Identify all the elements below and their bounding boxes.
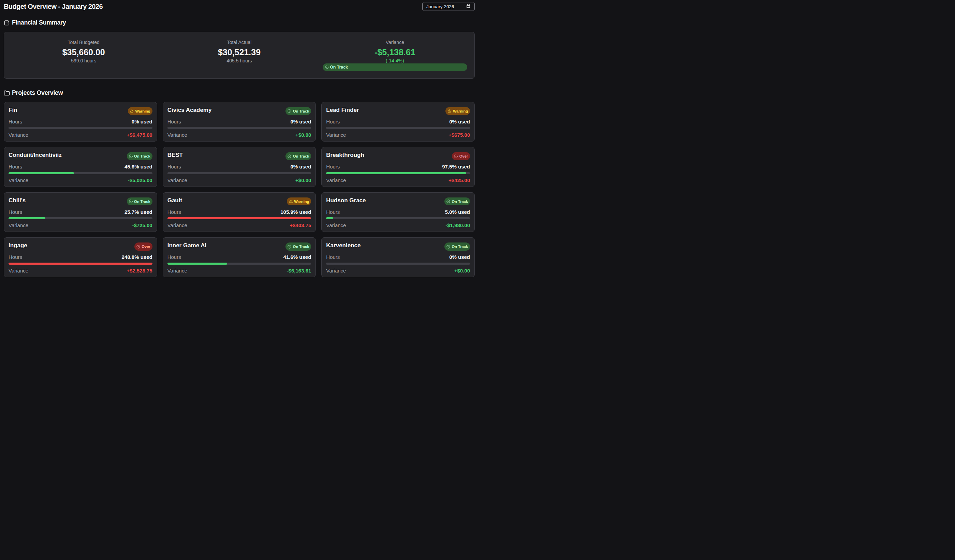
circle-x-icon xyxy=(454,155,458,158)
hours-progress-fill xyxy=(326,217,333,219)
status-badge: On Track xyxy=(445,197,470,205)
variance-value: +$0.00 xyxy=(295,132,311,138)
total-actual-amount: $30,521.39 xyxy=(218,47,261,57)
hours-label: Hours xyxy=(168,254,181,260)
circle-check-icon xyxy=(325,66,329,69)
projects-overview-title: Projects Overview xyxy=(12,89,63,97)
variance-label: Variance xyxy=(386,39,404,46)
variance-label: Variance xyxy=(8,177,28,183)
projects-overview-heading: Projects Overview xyxy=(4,89,475,97)
project-card: Chili's On Track Hours 25.7% used Varian… xyxy=(4,192,157,232)
status-badge-label: Warning xyxy=(135,109,150,113)
variance-percent: (-14.4%) xyxy=(386,58,404,64)
status-badge-label: On Track xyxy=(134,200,150,203)
hours-progress-fill xyxy=(168,217,312,219)
total-budgeted-column: Total Budgeted $35,660.00 599.0 hours xyxy=(11,39,156,72)
hours-label: Hours xyxy=(168,119,181,125)
total-actual-column: Total Actual $30,521.39 405.5 hours xyxy=(167,39,312,72)
status-badge-label: On Track xyxy=(293,109,309,113)
project-card: Gault Warning Hours 105.9% used Variance… xyxy=(163,192,316,232)
status-badge: Over xyxy=(135,242,152,250)
hours-used-value: 0% used xyxy=(449,254,470,260)
status-badge: On Track xyxy=(285,242,311,250)
project-name: Breakthrough xyxy=(326,152,364,158)
hours-progress-track xyxy=(8,127,152,129)
hours-progress-fill xyxy=(8,263,152,264)
variance-label: Variance xyxy=(168,222,187,228)
page-title: Budget Overview - January 2026 xyxy=(4,3,103,11)
hours-progress-track xyxy=(168,217,312,219)
status-badge-label: On Track xyxy=(134,154,150,158)
folder-icon xyxy=(4,90,10,96)
status-badge: On Track xyxy=(285,107,311,115)
project-name: Gault xyxy=(168,197,182,203)
hours-progress-track xyxy=(8,263,152,264)
wallet-icon xyxy=(4,20,10,26)
month-input[interactable]: January 2026 xyxy=(422,2,475,11)
budget-overview-page: { "header": { "title": "Budget Overview … xyxy=(0,0,478,280)
variance-value: -$725.00 xyxy=(132,222,152,228)
calendar-icon xyxy=(467,4,470,8)
status-badge-label: Over xyxy=(142,244,150,249)
project-name: Ingage xyxy=(8,242,27,249)
project-name: Lead Finder xyxy=(326,107,359,113)
project-card: Hudson Grace On Track Hours 5.0% used Va… xyxy=(321,192,475,232)
status-badge: Warning xyxy=(445,107,470,115)
hours-progress-track xyxy=(326,263,470,264)
variance-column: Variance -$5,138.61 (-14.4%) On Track xyxy=(323,39,467,72)
hours-label: Hours xyxy=(8,164,22,169)
hours-used-value: 105.9% used xyxy=(280,209,311,215)
hours-label: Hours xyxy=(168,164,181,169)
circle-check-icon xyxy=(129,155,133,158)
variance-value: +$6,475.00 xyxy=(127,132,152,138)
total-actual-hours: 405.5 hours xyxy=(227,58,252,64)
project-name: Fin xyxy=(8,107,17,113)
hours-used-value: 5.0% used xyxy=(445,209,470,215)
triangle-alert-icon xyxy=(289,200,293,203)
hours-label: Hours xyxy=(326,209,340,215)
status-badge: On Track xyxy=(445,242,470,250)
variance-value: +$403.75 xyxy=(290,222,311,228)
circle-x-icon xyxy=(136,245,140,249)
project-card: BEST On Track Hours 0% used Variance +$0… xyxy=(163,147,316,186)
status-badge: On Track xyxy=(127,152,152,160)
hours-label: Hours xyxy=(326,254,340,260)
circle-check-icon xyxy=(129,200,133,203)
hours-progress-fill xyxy=(8,172,74,174)
hours-label: Hours xyxy=(326,119,340,125)
hours-progress-track xyxy=(168,127,312,129)
project-name: Karvenience xyxy=(326,242,360,249)
hours-progress-track xyxy=(168,172,312,174)
status-badge: Warning xyxy=(128,107,152,115)
variance-value: +$2,528.75 xyxy=(127,268,152,274)
hours-used-value: 41.6% used xyxy=(283,254,312,260)
project-card: Breakthrough Over Hours 97.5% used Varia… xyxy=(321,147,475,186)
project-card: Karvenience On Track Hours 0% used Varia… xyxy=(321,237,475,277)
project-card: Inner Game AI On Track Hours 41.6% used … xyxy=(163,237,316,277)
hours-progress-track xyxy=(326,127,470,129)
project-name: Hudson Grace xyxy=(326,197,366,203)
variance-value: +$425.00 xyxy=(449,177,470,183)
project-name: Conduiit/Incentiviiz xyxy=(8,152,62,158)
variance-label: Variance xyxy=(168,177,187,183)
project-card: Conduiit/Incentiviiz On Track Hours 45.6… xyxy=(4,147,157,186)
hours-used-value: 0% used xyxy=(132,119,152,125)
total-actual-label: Total Actual xyxy=(227,39,252,46)
variance-label: Variance xyxy=(326,132,346,138)
hours-used-value: 0% used xyxy=(290,164,311,169)
status-badge: Over xyxy=(452,152,470,160)
hours-progress-track xyxy=(8,172,152,174)
status-badge: On Track xyxy=(127,197,152,205)
status-badge-label: On Track xyxy=(452,200,468,203)
status-badge-label: On Track xyxy=(452,244,468,249)
circle-check-icon xyxy=(288,245,291,249)
status-badge: Warning xyxy=(287,197,312,205)
variance-amount: -$5,138.61 xyxy=(374,47,415,57)
circle-check-icon xyxy=(446,200,450,203)
variance-value: -$5,025.00 xyxy=(128,177,152,183)
hours-progress-track xyxy=(326,172,470,174)
status-badge-label: On Track xyxy=(293,154,309,158)
variance-value: -$6,163.61 xyxy=(287,268,312,274)
status-badge: On Track xyxy=(285,152,311,160)
project-name: BEST xyxy=(168,152,183,158)
